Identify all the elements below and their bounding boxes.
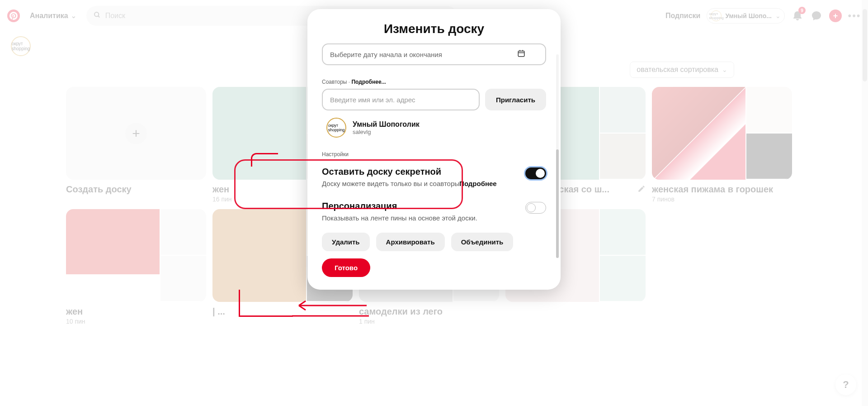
author-name: Умный Шопоголик xyxy=(353,120,420,129)
author-avatar: окрутshopping xyxy=(326,118,346,138)
author-info: Умный Шопоголик salevlg xyxy=(353,120,420,135)
coauthor-row: Введите имя или эл. адрес Пригласить xyxy=(322,89,546,110)
secret-subtitle: Доску можете видеть только вы и соавторы… xyxy=(322,180,497,187)
coauthors-label: Соавторы · Подробнее... xyxy=(322,79,546,85)
modal-overlay: Изменить доску Выберите дату начала и ок… xyxy=(0,0,868,406)
svg-rect-2 xyxy=(518,51,524,56)
modal-title: Изменить доску xyxy=(318,22,550,36)
date-range-input[interactable]: Выберите дату начала и окончания xyxy=(322,43,546,65)
secret-board-row: Оставить доску секретной Доску можете ви… xyxy=(322,167,546,187)
secret-title: Оставить доску секретной xyxy=(322,167,497,177)
secret-more-link[interactable]: Подробнее xyxy=(459,180,497,187)
personalization-subtitle: Показывать на ленте пины на основе этой … xyxy=(322,214,477,222)
date-placeholder: Выберите дату начала и окончания xyxy=(330,51,442,58)
secret-text: Оставить доску секретной Доску можете ви… xyxy=(322,167,497,187)
edit-board-modal: Изменить доску Выберите дату начала и ок… xyxy=(307,9,561,290)
modal-body: Выберите дату начала и окончания Соавтор… xyxy=(307,43,561,233)
author-username: salevlg xyxy=(353,129,420,135)
personalization-text: Персонализация Показывать на ленте пины … xyxy=(322,201,477,222)
toggle-knob xyxy=(536,169,545,178)
secret-toggle[interactable] xyxy=(525,167,546,179)
personalization-title: Персонализация xyxy=(322,201,477,211)
archive-button[interactable]: Архивировать xyxy=(376,233,445,251)
settings-label: Настройки xyxy=(322,151,546,158)
toggle-knob xyxy=(527,203,536,212)
done-button[interactable]: Готово xyxy=(322,258,370,277)
collaborator-input[interactable]: Введите имя или эл. адрес xyxy=(322,89,480,110)
calendar-icon xyxy=(517,49,525,60)
action-row: Удалить Архивировать Объединить xyxy=(322,233,546,251)
personalization-row: Персонализация Показывать на ленте пины … xyxy=(322,201,546,222)
personalization-toggle[interactable] xyxy=(525,202,546,214)
board-author: окрутshopping Умный Шопоголик salevlg xyxy=(322,118,546,138)
merge-button[interactable]: Объединить xyxy=(451,233,514,251)
delete-button[interactable]: Удалить xyxy=(322,233,370,251)
modal-header: Изменить доску xyxy=(307,9,561,43)
modal-footer: Удалить Архивировать Объединить Готово xyxy=(307,233,561,290)
invite-button[interactable]: Пригласить xyxy=(485,89,546,110)
coauthors-more-link[interactable]: Подробнее... xyxy=(351,79,386,85)
